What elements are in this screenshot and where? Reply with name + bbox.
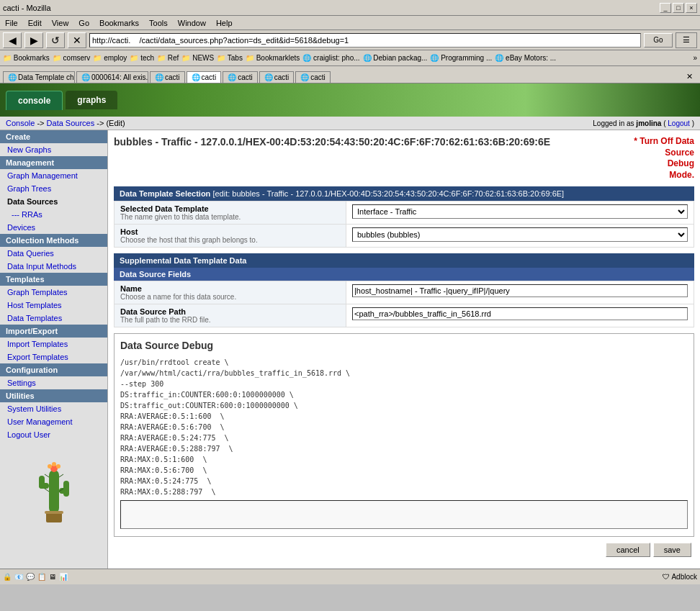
template-field-label: Selected Data Template — [120, 204, 340, 213]
sidebar-item-data-input[interactable]: Data Input Methods — [0, 260, 107, 273]
sidebar-item-system-utilities[interactable]: System Utilities — [0, 402, 107, 415]
tab-5[interactable]: cacti — [259, 71, 295, 83]
supplemental-header-text: Supplemental Data Template Data — [120, 256, 246, 265]
status-icon-6: 📊 — [59, 573, 68, 581]
bookmark-ebay[interactable]: 🌐 eBay Motors: ... — [495, 54, 556, 62]
menu-bookmarks[interactable]: Bookmarks — [97, 18, 141, 28]
debug-title: Data Source Debug — [120, 340, 688, 351]
sidebar-item-settings[interactable]: Settings — [0, 376, 107, 389]
sidebar-header-create[interactable]: Create — [0, 130, 107, 143]
template-label-cell: Selected Data Template The name given to… — [115, 202, 346, 225]
sidebar-item-data-sources[interactable]: Data Sources — [0, 195, 107, 208]
sidebar-header-import-export[interactable]: Import/Export — [0, 325, 107, 338]
tab-3[interactable]: cacti — [187, 71, 222, 83]
status-icon-3: 💬 — [26, 573, 35, 581]
sidebar-item-graph-templates[interactable]: Graph Templates — [0, 286, 107, 299]
sidebar-item-data-queries[interactable]: Data Queries — [0, 247, 107, 260]
bookmark-tech[interactable]: 📁 tech — [130, 54, 154, 62]
path-field-desc: The full path to the RRD file. — [120, 316, 340, 324]
sidebar-item-user-management[interactable]: User Management — [0, 415, 107, 428]
bookmark-comserv[interactable]: 📁 comserv — [53, 54, 91, 62]
template-field-desc: The name given to this data template. — [120, 213, 340, 221]
sidebar-header-collection[interactable]: Collection Methods — [0, 234, 107, 247]
sidebar-item-data-templates[interactable]: Data Templates — [0, 312, 107, 325]
bookmarks-bar: 📁 Bookmarks 📁 comserv 📁 employ 📁 tech 📁 … — [0, 50, 700, 66]
sidebar-item-host-templates[interactable]: Host Templates — [0, 299, 107, 312]
sidebar-item-logout-user[interactable]: Logout User — [0, 428, 107, 441]
menu-file[interactable]: File — [3, 18, 20, 28]
tab-console[interactable]: console — [6, 91, 63, 110]
sidebar-item-export-templates[interactable]: Export Templates — [0, 350, 107, 363]
bookmark-employ[interactable]: 📁 employ — [93, 54, 127, 62]
cancel-button[interactable]: cancel — [606, 543, 650, 557]
stop-button[interactable]: ✕ — [68, 32, 86, 48]
breadcrumb-console[interactable]: Console — [6, 119, 35, 127]
go-button[interactable]: Go — [644, 33, 673, 47]
app-container: console graphs Console -> Data Sources -… — [0, 83, 700, 569]
svg-point-12 — [52, 462, 56, 466]
sidebar-item-import-templates[interactable]: Import Templates — [0, 338, 107, 350]
save-button[interactable]: save — [653, 543, 691, 557]
menu-go[interactable]: Go — [76, 18, 91, 28]
debug-textarea[interactable] — [120, 500, 688, 529]
host-field-desc: Choose the host that this graph belongs … — [120, 236, 340, 244]
maximize-btn[interactable]: □ — [673, 3, 684, 13]
menu-edit[interactable]: Edit — [26, 18, 44, 28]
bookmark-programming[interactable]: 🌐 Programming ... — [430, 54, 492, 62]
tab-graphs[interactable]: graphs — [66, 91, 117, 109]
address-bar[interactable] — [89, 33, 641, 47]
browser-title-bar: cacti - Mozilla _ □ × — [0, 0, 700, 16]
browser-title: cacti - Mozilla — [3, 4, 51, 12]
bookmark-tabs[interactable]: 📁 Tabs — [217, 54, 243, 62]
path-field-label: Data Source Path — [120, 307, 340, 316]
tab-2[interactable]: cacti — [150, 71, 185, 83]
login-info: Logged in as jmolina ( Logout ) — [593, 119, 694, 127]
back-button[interactable]: ◀ — [3, 32, 22, 48]
bookmark-news[interactable]: 📁 NEWS — [181, 54, 214, 62]
sidebar: Create New Graphs Management Graph Manag… — [0, 130, 108, 569]
tab-6[interactable]: cacti — [295, 71, 331, 83]
menu-tools[interactable]: Tools — [147, 18, 170, 28]
reload-button[interactable]: ↺ — [46, 32, 65, 48]
window-controls[interactable]: _ □ × — [660, 3, 697, 13]
close-tab-button[interactable]: ✕ — [682, 71, 697, 83]
close-btn[interactable]: × — [686, 3, 697, 13]
tab-4[interactable]: cacti — [223, 71, 258, 83]
bookmark-bookmarklets[interactable]: 📁 Bookmarklets — [246, 54, 300, 62]
sidebar-header-management[interactable]: Management — [0, 156, 107, 169]
sidebar-toggle[interactable]: ☰ — [676, 32, 697, 48]
sidebar-item-devices[interactable]: Devices — [0, 221, 107, 234]
tab-0[interactable]: Data Template ch... — [3, 71, 75, 83]
logged-in-text: Logged in as — [593, 119, 636, 127]
bookmark-bookmarks[interactable]: 📁 Bookmarks — [3, 54, 50, 62]
minimize-btn[interactable]: _ — [660, 3, 671, 13]
menu-help[interactable]: Help — [214, 18, 235, 28]
template-select[interactable]: Interface - Traffic — [352, 204, 688, 219]
menu-view[interactable]: View — [50, 18, 71, 28]
sidebar-item-rras[interactable]: --- RRAs — [0, 208, 107, 221]
logout-link[interactable]: Logout — [668, 119, 690, 127]
bookmark-debian[interactable]: 🌐 Debian packag... — [363, 54, 428, 62]
bookmark-craigslist[interactable]: 🌐 craiglist: pho... — [302, 54, 359, 62]
status-icons: 🔒 📧 💬 📋 🖥 📊 — [3, 573, 68, 581]
sidebar-item-graph-management[interactable]: Graph Management — [0, 169, 107, 182]
status-icon-1: 🔒 — [3, 573, 12, 581]
name-field-label: Name — [120, 284, 340, 293]
sidebar-header-utilities[interactable]: Utilities — [0, 389, 107, 402]
menu-window[interactable]: Window — [176, 18, 208, 28]
host-select[interactable]: bubbles (bubbles) — [352, 227, 688, 242]
debug-mode-link[interactable]: * Turn Off DataSourceDebugMode. — [634, 136, 694, 181]
tabs-bar: Data Template ch... 0000614: All exis...… — [0, 66, 700, 83]
page-title-section: bubbles - Traffic - 127.0.0.1/HEX-00:4D:… — [114, 136, 694, 181]
path-input[interactable] — [352, 307, 688, 320]
forward-button[interactable]: ▶ — [24, 32, 43, 48]
sidebar-header-configuration[interactable]: Configuration — [0, 363, 107, 376]
bookmark-ref[interactable]: 📁 Ref — [157, 54, 179, 62]
sidebar-header-templates[interactable]: Templates — [0, 273, 107, 286]
breadcrumb-datasources[interactable]: Data Sources — [47, 119, 95, 127]
sidebar-item-graph-trees[interactable]: Graph Trees — [0, 182, 107, 195]
bookmarks-more[interactable]: » — [693, 54, 697, 62]
name-input[interactable] — [352, 284, 688, 297]
sidebar-item-new-graphs[interactable]: New Graphs — [0, 143, 107, 156]
tab-1[interactable]: 0000614: All exis... — [76, 71, 148, 83]
